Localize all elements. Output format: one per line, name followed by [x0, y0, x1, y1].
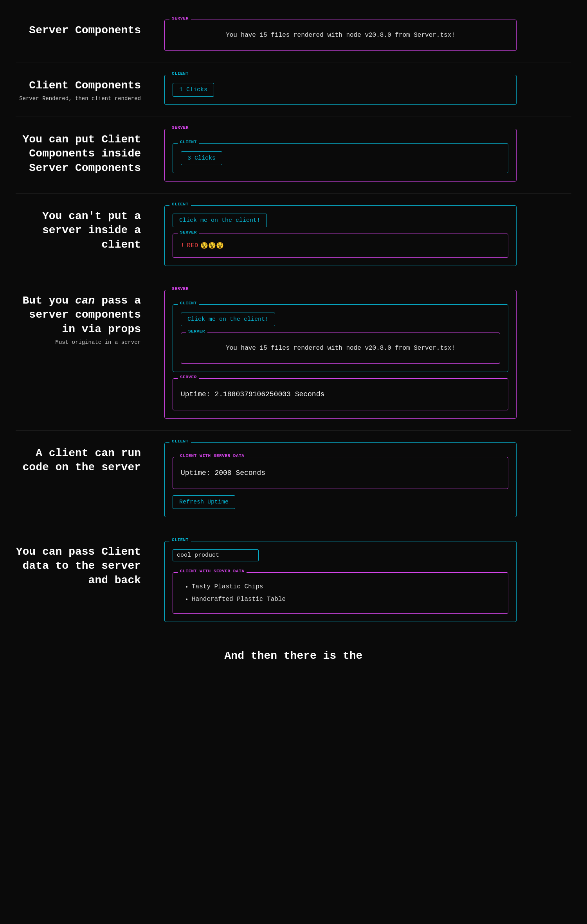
section-no-server-in-client: You can't put a server inside a client C… [0, 194, 587, 278]
server-uptime-label-5: SERVER [178, 375, 199, 379]
section-label-3: You can put Client Components inside Ser… [16, 129, 149, 175]
section-pass-server-props: But you can pass a server components in … [0, 278, 587, 430]
exclamation-icon: ! [181, 242, 185, 249]
section-title-6: A client can run code on the server [16, 446, 141, 475]
section-client-data-server: You can pass Client data to the server a… [0, 529, 587, 634]
section-label-1: Server Components [16, 20, 149, 38]
client-with-server-data-6: CLIENT WITH SERVER DATA Uptime: 2008 Sec… [173, 457, 508, 489]
section-server-components: Server Components SERVER You have 15 fil… [0, 8, 587, 63]
server-label-3: SERVER [169, 125, 191, 130]
section-content-1: SERVER You have 15 files rendered with n… [164, 20, 517, 51]
client-box-7: CLIENT CLIENT WITH SERVER DATA Tasty Pla… [164, 541, 517, 622]
section-content-3: SERVER CLIENT 3 Clicks [164, 129, 517, 182]
client-nested-box-3: CLIENT 3 Clicks [173, 143, 508, 173]
section-label-4: You can't put a server inside a client [16, 205, 149, 252]
section-title-3: You can put Client Components inside Ser… [16, 133, 141, 175]
client-with-server-data-7: CLIENT WITH SERVER DATA Tasty Plastic Ch… [173, 572, 508, 614]
client-nested-label-5: CLIENT [178, 301, 199, 306]
server-box-5: SERVER CLIENT Click me on the client! SE… [164, 290, 517, 419]
red-error-text: ! RED 😵😵😵 [181, 242, 500, 250]
client-box-2: CLIENT 1 Clicks [164, 75, 517, 105]
server-inner-text-5: You have 15 files rendered with node v20… [189, 341, 492, 356]
red-label: RED [187, 242, 198, 249]
client-box-6: CLIENT CLIENT WITH SERVER DATA Uptime: 2… [164, 442, 517, 517]
client-button-5[interactable]: Click me on the client! [181, 313, 275, 326]
server-nested-inner-label-5: SERVER [186, 329, 207, 334]
section-client-server-action: A client can run code on the server CLIE… [0, 431, 587, 529]
client-button-4[interactable]: Click me on the client! [173, 214, 267, 227]
section-label-5: But you can pass a server components in … [16, 290, 149, 347]
section-content-5: SERVER CLIENT Click me on the client! SE… [164, 290, 517, 419]
section-content-4: CLIENT Click me on the client! SERVER ! … [164, 205, 517, 266]
section-client-inside-server: You can put Client Components inside Ser… [0, 117, 587, 193]
client-box-4: CLIENT Click me on the client! SERVER ! … [164, 205, 517, 266]
server-label-5: SERVER [169, 286, 191, 291]
server-text-1: You have 15 files rendered with node v20… [173, 28, 508, 43]
refresh-button-6[interactable]: Refresh Uptime [173, 495, 235, 509]
section-title-5: But you can pass a server components in … [16, 294, 141, 336]
client-label-7: CLIENT [169, 538, 191, 542]
client-server-data-label-7: CLIENT WITH SERVER DATA [178, 569, 247, 573]
italic-can: can [75, 295, 95, 307]
client-label-4: CLIENT [169, 202, 191, 207]
section-label-2: Client Components Server Rendered, then … [16, 75, 149, 103]
product-item-1: Tasty Plastic Chips [192, 581, 500, 593]
clicks-button-1[interactable]: 1 Clicks [173, 83, 214, 97]
page-container: Server Components SERVER You have 15 fil… [0, 8, 587, 670]
section-content-6: CLIENT CLIENT WITH SERVER DATA Uptime: 2… [164, 442, 517, 517]
section-label-7: You can pass Client data to the server a… [16, 541, 149, 588]
section-label-6: A client can run code on the server [16, 442, 149, 475]
section-title-7: You can pass Client data to the server a… [16, 545, 141, 588]
client-label-6: CLIENT [169, 439, 191, 444]
bottom-text: And then there is the [0, 634, 587, 670]
server-nested-label-4: SERVER [178, 230, 199, 235]
section-title-1: Server Components [16, 23, 141, 38]
server-nested-inner-5: SERVER You have 15 files rendered with n… [181, 333, 500, 364]
section-sublabel-2: Server Rendered, then client rendered [16, 95, 141, 103]
server-uptime-text-5: Uptime: 2.1880379106250003 Seconds [181, 386, 500, 402]
section-content-2: CLIENT 1 Clicks [164, 75, 517, 105]
emoji-icons: 😵😵😵 [200, 242, 224, 250]
section-client-components: Client Components Server Rendered, then … [0, 63, 587, 117]
server-box-1: SERVER You have 15 files rendered with n… [164, 20, 517, 51]
section-content-7: CLIENT CLIENT WITH SERVER DATA Tasty Pla… [164, 541, 517, 622]
client-nested-box-5: CLIENT Click me on the client! SERVER Yo… [173, 304, 508, 372]
client-server-data-label-6: CLIENT WITH SERVER DATA [178, 453, 247, 458]
section-title-4: You can't put a server inside a client [16, 209, 141, 252]
uptime-text-6: Uptime: 2008 Seconds [181, 465, 500, 481]
client-label-2: CLIENT [169, 71, 191, 76]
client-nested-label-3: CLIENT [178, 140, 199, 144]
server-label-1: SERVER [169, 16, 191, 21]
server-box-3: SERVER CLIENT 3 Clicks [164, 129, 517, 182]
product-list: Tasty Plastic Chips Handcrafted Plastic … [181, 581, 500, 606]
clicks-button-3[interactable]: 3 Clicks [181, 151, 222, 165]
section-title-2: Client Components [16, 79, 141, 93]
server-nested-box-4: SERVER ! RED 😵😵😵 [173, 234, 508, 258]
server-uptime-box-5: SERVER Uptime: 2.1880379106250003 Second… [173, 378, 508, 410]
product-item-2: Handcrafted Plastic Table [192, 593, 500, 606]
product-search-input[interactable] [173, 549, 259, 561]
section-sublabel-5: Must originate in a server [16, 339, 141, 347]
